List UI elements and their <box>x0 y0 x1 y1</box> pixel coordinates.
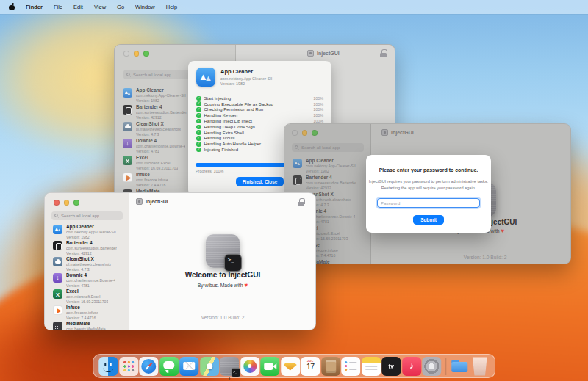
dock-item-trash[interactable] <box>470 357 490 376</box>
dialog-app-name: App Cleaner <box>220 68 272 75</box>
menu-item-file[interactable]: File <box>54 4 62 10</box>
app-bundle: pl.maketheweb.cleanshotx <box>136 127 181 132</box>
menu-item-edit[interactable]: Edit <box>74 4 83 10</box>
dock-item-safari[interactable] <box>139 357 158 376</box>
check-icon: ✓ <box>196 148 201 153</box>
dock-item-finder[interactable] <box>98 357 118 376</box>
terminal-mini-icon: >_ <box>231 368 240 377</box>
lock-icon[interactable] <box>380 49 387 57</box>
bartender-app-icon <box>53 241 62 250</box>
window-title: InjectGUI <box>317 51 340 56</box>
sidebar-app-mediamate[interactable]: MediaMatecom.beauty.MediaMateVersion: 2.… <box>45 319 129 330</box>
injectgui-window-middle: InjectGUI Search all local app App Clean… <box>284 123 571 264</box>
app-bundle: com.beauty.MediaMate <box>66 327 106 330</box>
dock-item-music[interactable]: ♪ <box>402 357 421 376</box>
injection-step: ✓Handling Keygen100% <box>196 112 323 118</box>
step-percent: 100% <box>313 107 323 112</box>
password-input[interactable] <box>377 198 480 208</box>
step-label: Checking Permission and Run <box>204 107 264 112</box>
injectgui-window-front: InjectGUI Search all local app App Clean… <box>44 192 316 330</box>
password-modal-title: Please enter your password to continue. <box>366 167 491 173</box>
apple-menu-icon[interactable] <box>9 4 15 10</box>
downie-app-icon <box>123 139 132 148</box>
dock-item-launchpad[interactable] <box>119 357 138 376</box>
step-percent: 100% <box>313 96 323 101</box>
sidebar-app-cleanshot[interactable]: CleanShot Xpl.maketheweb.cleanshotxVersi… <box>45 255 129 271</box>
app-bundle: com.surteesstudios.Bartender <box>66 246 117 251</box>
dock-item-facetime[interactable] <box>260 357 279 376</box>
check-icon: ✓ <box>196 113 201 118</box>
step-percent: 100% <box>313 102 323 106</box>
minimize-button[interactable] <box>64 200 70 206</box>
finished-close-button[interactable]: Finished: Close <box>236 177 284 186</box>
sidebar-app-app-cleaner[interactable]: App Cleanercom.nektony.App-Cleaner-SIIVe… <box>45 222 129 239</box>
injection-step: ✓Copying Executable File as Backup100% <box>196 101 323 107</box>
close-button[interactable] <box>54 200 60 206</box>
menu-item-window[interactable]: Window <box>135 4 155 10</box>
app-name: Bartender 4 <box>136 104 187 110</box>
search-icon <box>126 73 131 77</box>
sidebar-app-infuse[interactable]: Infusecom.firecore.infuseVersion: 7.4.47… <box>45 303 129 319</box>
dock-item-maps[interactable] <box>200 357 219 376</box>
window-proxy-icon <box>307 50 314 57</box>
downie-app-icon <box>53 273 62 283</box>
dock-item-notes[interactable] <box>362 357 381 376</box>
dock-item-photos[interactable] <box>240 357 259 376</box>
menu-item-finder[interactable]: Finder <box>26 4 43 10</box>
step-label: Handling Auto Handle Helper <box>204 142 261 146</box>
step-label: Handling Tccutil <box>204 136 235 140</box>
app-name: CleanShot X <box>136 121 181 127</box>
menu-item-view[interactable]: View <box>94 4 106 10</box>
app-version: Version: 16.69.23011703 <box>66 300 108 305</box>
lock-icon[interactable] <box>298 198 304 206</box>
search-placeholder: Search all local app <box>61 214 99 218</box>
sidebar-app-bartender[interactable]: Bartender 4com.surteesstudios.BartenderV… <box>45 239 129 255</box>
minimize-button[interactable] <box>134 51 140 57</box>
app-name: Downie 4 <box>136 138 185 144</box>
app-version: Version: 4781 <box>66 283 115 289</box>
step-label: Copying Executable File as Backup <box>204 102 273 106</box>
app-name: App Cleaner <box>66 224 116 230</box>
app-name: Infuse <box>66 305 98 311</box>
search-input[interactable]: Search all local app <box>51 211 123 220</box>
dock-item-messages[interactable] <box>159 357 179 376</box>
dock: >_JUL17tv♪ <box>93 354 495 378</box>
music-note-icon: ♪ <box>409 360 414 371</box>
app-bundle: com.nektony.App-Cleaner-SII <box>66 230 116 235</box>
app-bundle: com.microsoft.Excel <box>66 294 108 300</box>
dock-item-calendar[interactable]: JUL17 <box>301 357 320 376</box>
check-icon: ✓ <box>196 142 201 147</box>
menu-item-go[interactable]: Go <box>117 4 124 10</box>
check-icon: ✓ <box>196 136 201 141</box>
menu-item-help[interactable]: Help <box>166 4 177 10</box>
dock-item-mail[interactable] <box>179 357 198 376</box>
infuse-app-icon <box>123 173 132 182</box>
dock-item-injectgui[interactable]: >_ <box>220 357 239 376</box>
calendar-day: 17 <box>301 363 320 371</box>
password-modal: Please enter your password to continue. … <box>366 155 491 233</box>
submit-button[interactable]: Submit <box>413 215 444 225</box>
search-icon <box>54 214 59 218</box>
dock-item-appletv[interactable]: tv <box>381 357 401 376</box>
welcome-version: Version: 1.0 Build: 2 <box>201 315 245 320</box>
app-bundle: com.charliemonroe.Downie-4 <box>136 144 185 149</box>
app-version: Version: 4.7.3 <box>66 267 111 272</box>
window-proxy-icon <box>136 198 143 205</box>
step-percent: 100% <box>313 113 323 117</box>
sidebar-app-excel[interactable]: Excelcom.microsoft.ExcelVersion: 16.69.2… <box>45 287 129 303</box>
dock-item-sketch[interactable] <box>281 357 300 376</box>
app-bundle: com.firecore.infuse <box>136 178 168 183</box>
dock-item-reminders[interactable] <box>341 357 360 376</box>
app-name: Excel <box>66 289 108 294</box>
sidebar-app-downie[interactable]: Downie 4com.charliemonroe.Downie-4Versio… <box>45 271 129 287</box>
injection-step: ✓Checking Permission and Run100% <box>196 107 323 113</box>
zoom-button[interactable] <box>74 200 79 206</box>
dock-item-settings[interactable] <box>422 357 441 376</box>
zoom-button[interactable] <box>143 51 149 57</box>
close-button[interactable] <box>123 51 129 57</box>
desktop: FinderFileEditViewGoWindowHelp InjectGUI… <box>0 0 588 381</box>
dock-item-contacts[interactable] <box>321 357 340 376</box>
app-bundle: com.nektony.App-Cleaner-SII <box>136 93 186 98</box>
check-icon: ✓ <box>196 125 201 130</box>
dock-item-downloads[interactable] <box>450 357 469 376</box>
